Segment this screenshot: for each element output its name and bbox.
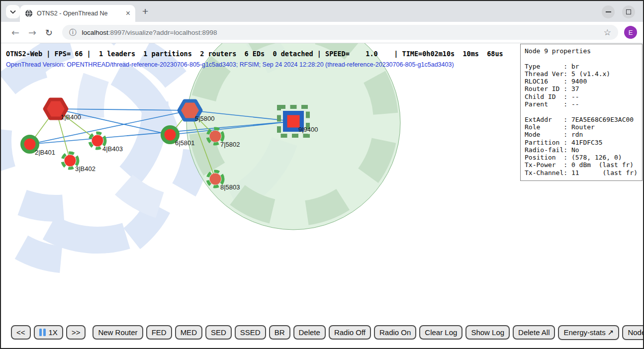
node-properties-text: Node 9 properties Type : br Thread Ver: … [525, 47, 638, 176]
button-label: Delete [299, 328, 320, 337]
node-label-1: 1|B400 [61, 113, 81, 121]
node-label-3: 3|B402 [75, 165, 95, 173]
node-label-6: 6|5801 [175, 139, 195, 147]
back-button[interactable]: ← [11, 27, 19, 38]
profile-avatar[interactable]: E [624, 26, 637, 39]
tab-close-icon[interactable]: × [126, 9, 130, 17]
button-label: Radio On [379, 328, 411, 337]
simulation-canvas-area: 1|B4002|B4013|B4024|B4035|58006|58017|58… [1, 43, 643, 323]
br-button[interactable]: BR [269, 325, 290, 340]
delete-button[interactable]: Delete [293, 325, 326, 340]
button-label: Energy-stats ↗ [563, 328, 614, 337]
globe-favicon-icon [25, 9, 33, 17]
button-label: MED [181, 328, 197, 337]
button-label: >> [72, 328, 81, 337]
tab-title: OTNS2 - OpenThread Ne [37, 10, 121, 17]
energy-stats-button[interactable]: Energy-stats ↗ [558, 325, 619, 340]
tab-strip: OTNS2 - OpenThread Ne × + [1, 1, 643, 22]
network-node-8[interactable] [210, 174, 221, 185]
url-host: localhost [82, 29, 108, 36]
button-label: New Router [98, 328, 137, 337]
minimize-button[interactable] [602, 5, 615, 18]
sed-button[interactable]: SED [205, 325, 232, 340]
speed-button[interactable]: 1X [34, 325, 63, 340]
pause-icon [39, 329, 46, 336]
button-label: Radio Off [334, 328, 366, 337]
maximize-icon [626, 9, 631, 14]
version-line: OpenThread Version: OPENTHREAD/thread-re… [6, 61, 454, 68]
button-label: 1X [49, 328, 58, 337]
button-label: Node-stats ↗ [628, 328, 644, 337]
reload-button[interactable]: ↻ [45, 27, 53, 38]
site-info-icon[interactable]: ⓘ [69, 28, 77, 37]
fed-button[interactable]: FED [146, 325, 172, 340]
node-label-4: 4|B403 [102, 145, 123, 153]
show-log-button[interactable]: Show Log [465, 325, 510, 340]
network-node-6[interactable] [165, 129, 176, 141]
node-label-7: 7|5802 [220, 141, 240, 148]
button-label: BR [275, 328, 285, 337]
chevron-down-icon [10, 10, 16, 14]
node-label-8: 8|5803 [220, 183, 240, 191]
button-label: << [16, 328, 25, 337]
node-stats-button[interactable]: Node-stats ↗ [622, 325, 644, 340]
button-label: Show Log [471, 328, 504, 337]
node-properties-panel: Node 9 properties Type : br Thread Ver: … [520, 44, 643, 181]
minimize-icon [606, 11, 611, 12]
button-label: Delete All [518, 328, 550, 337]
maximize-button[interactable] [622, 5, 635, 18]
network-node-3[interactable] [65, 155, 76, 167]
rewind-button[interactable]: << [11, 325, 31, 340]
status-line: OTNS2-Web | FPS= 66 | 1 leaders 1 partit… [6, 50, 503, 58]
network-node-2[interactable] [24, 139, 36, 150]
browser-tab[interactable]: OTNS2 - OpenThread Ne × [20, 5, 135, 22]
node-inner-square [287, 115, 300, 128]
button-label: SSED [240, 328, 261, 337]
new-router-button[interactable]: New Router [92, 325, 143, 340]
button-label: Clear Log [425, 328, 457, 337]
window-controls [602, 5, 635, 18]
tab-search-button[interactable] [6, 5, 20, 18]
radio-off-button[interactable]: Radio Off [329, 325, 371, 340]
delete-all-button[interactable]: Delete All [513, 325, 555, 340]
browser-window: OTNS2 - OpenThread Ne × + ← → ↻ ⓘ localh… [0, 0, 644, 349]
med-button[interactable]: MED [175, 325, 202, 340]
node-label-9: 9|9400 [298, 126, 318, 133]
bottom-toolbar: <<1X>>New RouterFEDMEDSEDSSEDBRDeleteRad… [1, 323, 643, 349]
ssed-button[interactable]: SSED [235, 325, 266, 340]
radio-on-button[interactable]: Radio On [374, 325, 416, 340]
url-path: :8997/visualize?addr=localhost:8998 [108, 29, 217, 36]
forward-button[interactable]: → [28, 27, 36, 38]
address-bar[interactable]: ⓘ localhost :8997/visualize?addr=localho… [62, 25, 618, 40]
network-node-4[interactable] [92, 135, 103, 147]
clear-log-button[interactable]: Clear Log [419, 325, 462, 340]
bookmark-star-icon[interactable]: ☆ [604, 27, 611, 37]
fast-forward-button[interactable]: >> [66, 325, 86, 340]
button-label: FED [152, 328, 167, 337]
browser-toolbar: ← → ↻ ⓘ localhost :8997/visualize?addr=l… [1, 22, 643, 43]
new-tab-button[interactable]: + [142, 5, 148, 17]
button-label: SED [211, 328, 226, 337]
network-node-7[interactable] [210, 131, 221, 142]
node-label-2: 2|B401 [35, 149, 55, 156]
node-label-5: 5|5800 [195, 115, 215, 122]
